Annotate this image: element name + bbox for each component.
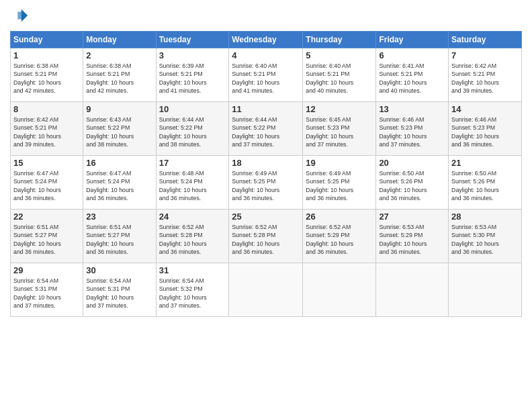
day-info: Sunrise: 6:43 AM Sunset: 5:22 PM Dayligh… bbox=[86, 116, 152, 148]
day-info: Sunrise: 6:39 AM Sunset: 5:21 PM Dayligh… bbox=[159, 62, 226, 95]
day-info: Sunrise: 6:47 AM Sunset: 5:24 PM Dayligh… bbox=[86, 169, 152, 202]
day-number: 8 bbox=[13, 104, 80, 114]
calendar-cell: 9Sunrise: 6:43 AM Sunset: 5:22 PM Daylig… bbox=[83, 102, 156, 156]
calendar-cell: 22Sunrise: 6:51 AM Sunset: 5:27 PM Dayli… bbox=[11, 210, 83, 263]
logo bbox=[10, 7, 32, 26]
day-info: Sunrise: 6:42 AM Sunset: 5:21 PM Dayligh… bbox=[13, 116, 80, 148]
calendar-cell: 10Sunrise: 6:44 AM Sunset: 5:22 PM Dayli… bbox=[156, 102, 229, 156]
day-info: Sunrise: 6:42 AM Sunset: 5:21 PM Dayligh… bbox=[451, 62, 519, 95]
day-info: Sunrise: 6:52 AM Sunset: 5:28 PM Dayligh… bbox=[159, 223, 226, 256]
day-number: 7 bbox=[451, 50, 519, 60]
day-info: Sunrise: 6:45 AM Sunset: 5:23 PM Dayligh… bbox=[306, 116, 373, 148]
day-info: Sunrise: 6:40 AM Sunset: 5:21 PM Dayligh… bbox=[306, 62, 373, 95]
weekday-header-sunday: Sunday bbox=[11, 32, 83, 48]
day-number: 28 bbox=[451, 212, 519, 222]
calendar-cell: 20Sunrise: 6:50 AM Sunset: 5:26 PM Dayli… bbox=[376, 156, 449, 210]
day-number: 11 bbox=[232, 104, 300, 114]
day-info: Sunrise: 6:44 AM Sunset: 5:22 PM Dayligh… bbox=[159, 116, 226, 148]
weekday-header-tuesday: Tuesday bbox=[156, 32, 229, 48]
day-number: 31 bbox=[159, 265, 226, 275]
day-info: Sunrise: 6:49 AM Sunset: 5:25 PM Dayligh… bbox=[306, 169, 373, 202]
svg-marker-1 bbox=[17, 11, 24, 19]
calendar-cell: 17Sunrise: 6:48 AM Sunset: 5:24 PM Dayli… bbox=[156, 156, 229, 210]
calendar-cell: 7Sunrise: 6:42 AM Sunset: 5:21 PM Daylig… bbox=[449, 48, 522, 102]
calendar-cell: 16Sunrise: 6:47 AM Sunset: 5:24 PM Dayli… bbox=[83, 156, 156, 210]
day-info: Sunrise: 6:38 AM Sunset: 5:21 PM Dayligh… bbox=[86, 62, 152, 95]
day-number: 3 bbox=[159, 50, 226, 60]
day-number: 20 bbox=[379, 158, 445, 168]
day-info: Sunrise: 6:49 AM Sunset: 5:25 PM Dayligh… bbox=[232, 169, 300, 202]
day-info: Sunrise: 6:50 AM Sunset: 5:26 PM Dayligh… bbox=[379, 169, 445, 202]
day-info: Sunrise: 6:47 AM Sunset: 5:24 PM Dayligh… bbox=[13, 169, 80, 202]
day-info: Sunrise: 6:51 AM Sunset: 5:27 PM Dayligh… bbox=[13, 223, 80, 256]
weekday-header-wednesday: Wednesday bbox=[229, 32, 303, 48]
day-number: 26 bbox=[306, 212, 373, 222]
day-number: 6 bbox=[379, 50, 445, 60]
day-number: 30 bbox=[86, 265, 152, 275]
day-number: 18 bbox=[232, 158, 300, 168]
day-info: Sunrise: 6:54 AM Sunset: 5:32 PM Dayligh… bbox=[159, 277, 226, 310]
day-number: 4 bbox=[232, 50, 300, 60]
calendar-cell: 1Sunrise: 6:38 AM Sunset: 5:21 PM Daylig… bbox=[11, 48, 83, 102]
day-info: Sunrise: 6:44 AM Sunset: 5:22 PM Dayligh… bbox=[232, 116, 300, 148]
day-number: 14 bbox=[451, 104, 519, 114]
calendar-cell: 3Sunrise: 6:39 AM Sunset: 5:21 PM Daylig… bbox=[156, 48, 229, 102]
day-info: Sunrise: 6:54 AM Sunset: 5:31 PM Dayligh… bbox=[13, 277, 80, 310]
day-number: 9 bbox=[86, 104, 152, 114]
calendar-cell: 18Sunrise: 6:49 AM Sunset: 5:25 PM Dayli… bbox=[229, 156, 303, 210]
weekday-header-saturday: Saturday bbox=[449, 32, 522, 48]
calendar-cell: 24Sunrise: 6:52 AM Sunset: 5:28 PM Dayli… bbox=[156, 210, 229, 263]
calendar-cell: 14Sunrise: 6:46 AM Sunset: 5:23 PM Dayli… bbox=[449, 102, 522, 156]
calendar-cell: 15Sunrise: 6:47 AM Sunset: 5:24 PM Dayli… bbox=[11, 156, 83, 210]
calendar-cell bbox=[449, 263, 522, 317]
calendar-cell: 29Sunrise: 6:54 AM Sunset: 5:31 PM Dayli… bbox=[11, 263, 83, 317]
calendar-cell: 31Sunrise: 6:54 AM Sunset: 5:32 PM Dayli… bbox=[156, 263, 229, 317]
calendar-week-2: 8Sunrise: 6:42 AM Sunset: 5:21 PM Daylig… bbox=[11, 102, 522, 156]
day-info: Sunrise: 6:50 AM Sunset: 5:26 PM Dayligh… bbox=[451, 169, 519, 202]
day-info: Sunrise: 6:41 AM Sunset: 5:21 PM Dayligh… bbox=[379, 62, 445, 95]
calendar-cell: 2Sunrise: 6:38 AM Sunset: 5:21 PM Daylig… bbox=[83, 48, 156, 102]
calendar-cell bbox=[303, 263, 376, 317]
day-number: 2 bbox=[86, 50, 152, 60]
calendar-cell: 27Sunrise: 6:53 AM Sunset: 5:29 PM Dayli… bbox=[376, 210, 449, 263]
calendar-cell: 26Sunrise: 6:52 AM Sunset: 5:29 PM Dayli… bbox=[303, 210, 376, 263]
calendar-cell: 25Sunrise: 6:52 AM Sunset: 5:28 PM Dayli… bbox=[229, 210, 303, 263]
day-info: Sunrise: 6:54 AM Sunset: 5:31 PM Dayligh… bbox=[86, 277, 152, 310]
day-number: 27 bbox=[379, 212, 445, 222]
day-number: 22 bbox=[13, 212, 80, 222]
calendar-week-1: 1Sunrise: 6:38 AM Sunset: 5:21 PM Daylig… bbox=[11, 48, 522, 102]
calendar-cell bbox=[376, 263, 449, 317]
page: SundayMondayTuesdayWednesdayThursdayFrid… bbox=[0, 0, 532, 411]
calendar-cell: 13Sunrise: 6:46 AM Sunset: 5:23 PM Dayli… bbox=[376, 102, 449, 156]
day-number: 16 bbox=[86, 158, 152, 168]
day-number: 29 bbox=[13, 265, 80, 275]
day-info: Sunrise: 6:48 AM Sunset: 5:24 PM Dayligh… bbox=[159, 169, 226, 202]
calendar-week-5: 29Sunrise: 6:54 AM Sunset: 5:31 PM Dayli… bbox=[11, 263, 522, 317]
calendar-cell: 4Sunrise: 6:40 AM Sunset: 5:21 PM Daylig… bbox=[229, 48, 303, 102]
day-number: 5 bbox=[306, 50, 373, 60]
calendar-cell: 28Sunrise: 6:53 AM Sunset: 5:30 PM Dayli… bbox=[449, 210, 522, 263]
logo-icon bbox=[10, 7, 29, 26]
day-number: 12 bbox=[306, 104, 373, 114]
weekday-header-friday: Friday bbox=[376, 32, 449, 48]
calendar-table: SundayMondayTuesdayWednesdayThursdayFrid… bbox=[10, 31, 522, 317]
day-info: Sunrise: 6:52 AM Sunset: 5:28 PM Dayligh… bbox=[232, 223, 300, 256]
day-number: 1 bbox=[13, 50, 80, 60]
day-number: 17 bbox=[159, 158, 226, 168]
day-number: 25 bbox=[232, 212, 300, 222]
day-info: Sunrise: 6:46 AM Sunset: 5:23 PM Dayligh… bbox=[451, 116, 519, 148]
weekday-header-row: SundayMondayTuesdayWednesdayThursdayFrid… bbox=[11, 32, 522, 48]
calendar-cell: 19Sunrise: 6:49 AM Sunset: 5:25 PM Dayli… bbox=[303, 156, 376, 210]
day-number: 19 bbox=[306, 158, 373, 168]
weekday-header-monday: Monday bbox=[83, 32, 156, 48]
calendar-week-3: 15Sunrise: 6:47 AM Sunset: 5:24 PM Dayli… bbox=[11, 156, 522, 210]
calendar-cell: 30Sunrise: 6:54 AM Sunset: 5:31 PM Dayli… bbox=[83, 263, 156, 317]
day-number: 10 bbox=[159, 104, 226, 114]
calendar-cell: 8Sunrise: 6:42 AM Sunset: 5:21 PM Daylig… bbox=[11, 102, 83, 156]
day-info: Sunrise: 6:38 AM Sunset: 5:21 PM Dayligh… bbox=[13, 62, 80, 95]
day-info: Sunrise: 6:51 AM Sunset: 5:27 PM Dayligh… bbox=[86, 223, 152, 256]
day-number: 23 bbox=[86, 212, 152, 222]
day-number: 21 bbox=[451, 158, 519, 168]
day-info: Sunrise: 6:46 AM Sunset: 5:23 PM Dayligh… bbox=[379, 116, 445, 148]
day-info: Sunrise: 6:52 AM Sunset: 5:29 PM Dayligh… bbox=[306, 223, 373, 256]
